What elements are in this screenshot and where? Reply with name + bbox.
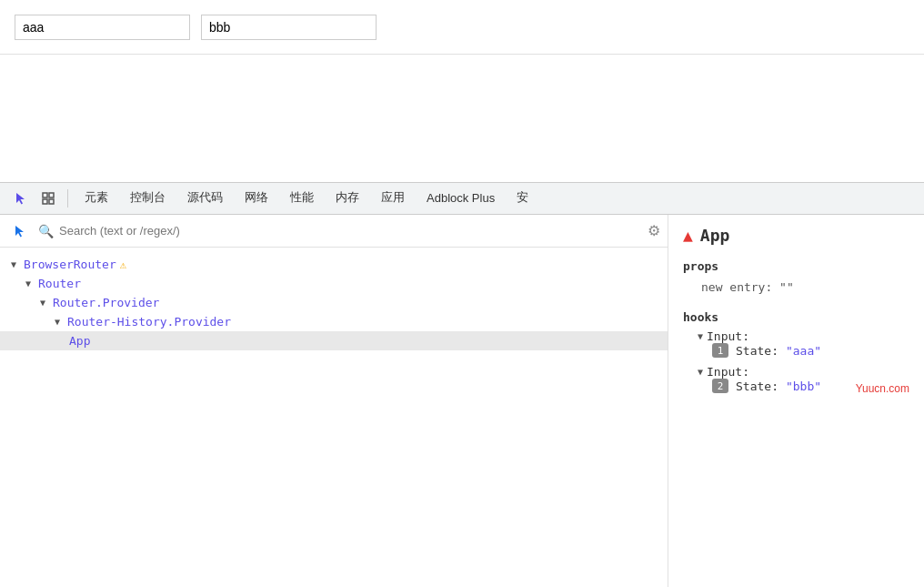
tree-item-router-provider[interactable]: ▼ Router.Provider: [0, 293, 668, 312]
tab-console[interactable]: 控制台: [119, 182, 176, 215]
devtools-main: 🔍 ⚙ ▼ BrowserRouter ⚠ ▼ Router ▼ Router.…: [0, 215, 924, 587]
tab-network[interactable]: 网络: [234, 182, 279, 215]
search-magnifier-icon: 🔍: [38, 224, 54, 238]
browser-top: [0, 0, 924, 55]
devtools-left-panel: 🔍 ⚙ ▼ BrowserRouter ⚠ ▼ Router ▼ Router.…: [0, 215, 668, 587]
hook-state-key-1: State:: [736, 344, 778, 358]
input-bbb[interactable]: [201, 15, 377, 40]
tab-elements[interactable]: 元素: [74, 182, 119, 215]
tab-performance[interactable]: 性能: [279, 182, 325, 215]
settings-gear-icon[interactable]: ⚙: [648, 222, 660, 239]
browser-content-area: [0, 55, 924, 182]
hook-state-row-2: 2 State: "bbb" Yuucn.com: [683, 379, 909, 393]
watermark-text: Yuucn.com: [856, 382, 909, 395]
tree-item-router[interactable]: ▼ Router: [0, 274, 668, 293]
tab-extra[interactable]: 安: [506, 182, 539, 215]
tree-label-app: App: [69, 334, 90, 348]
warning-icon-browserrouter: ⚠: [120, 258, 126, 271]
right-app-header: ▲ App: [683, 226, 909, 245]
hook-state-val-2: "bbb": [786, 380, 821, 393]
app-component-title: App: [700, 226, 730, 245]
svg-rect-2: [43, 199, 47, 204]
tree-arrow-browserrouter: ▼: [11, 259, 20, 269]
inspect-element-icon[interactable]: [7, 218, 33, 244]
tree-item-app[interactable]: App: [0, 331, 668, 350]
svg-rect-1: [49, 193, 54, 197]
tab-memory[interactable]: 内存: [325, 182, 370, 215]
hook-item-1: ▼ Input: 1 State: "aaa": [683, 329, 909, 358]
prop-val-new-entry: "": [779, 280, 794, 294]
hook-num-2: 2: [712, 379, 728, 393]
tree-arrow-router: ▼: [25, 278, 35, 288]
tree-item-router-history[interactable]: ▼ Router-History.Provider: [0, 312, 668, 331]
tree-label-browserrouter: BrowserRouter: [24, 258, 116, 271]
hook-arrow-2: ▼: [698, 367, 703, 377]
tab-application[interactable]: 应用: [370, 182, 416, 215]
tree-label-router-history: Router-History.Provider: [67, 315, 231, 329]
hook-arrow-1: ▼: [698, 331, 703, 341]
svg-rect-0: [43, 193, 47, 197]
hook-state-val-1: "aaa": [786, 344, 821, 358]
tab-separator: [67, 189, 68, 207]
tree-item-browserrouter[interactable]: ▼ BrowserRouter ⚠: [0, 255, 668, 274]
prop-key-new-entry: new entry:: [701, 280, 772, 294]
tab-adblock[interactable]: Adblock Plus: [416, 182, 506, 215]
tree-label-router: Router: [38, 277, 81, 290]
search-bar: 🔍 ⚙: [0, 215, 668, 248]
component-tree: ▼ BrowserRouter ⚠ ▼ Router ▼ Router.Prov…: [0, 248, 668, 358]
search-input[interactable]: [59, 224, 642, 238]
hooks-section-label: hooks: [683, 310, 909, 324]
hook-item-2: ▼ Input: 2 State: "bbb" Yuucn.com: [683, 365, 909, 393]
input-aaa[interactable]: [15, 15, 190, 40]
props-section-label: props: [683, 259, 909, 273]
hook-state-key-2: State:: [736, 380, 778, 393]
devtools-right-panel: ▲ App props new entry: "" hooks ▼ Input:…: [668, 215, 924, 587]
inspect-icon[interactable]: [35, 185, 62, 212]
hooks-section: hooks ▼ Input: 1 State: "aaa" ▼ Input:: [683, 310, 909, 393]
prop-new-entry: new entry: "": [683, 278, 909, 296]
cursor-icon[interactable]: [7, 185, 35, 212]
devtools-tabbar: 元素 控制台 源代码 网络 性能 内存 应用 Adblock Plus 安: [0, 182, 924, 215]
hook-label-1: Input:: [707, 329, 749, 343]
hook-state-row-1: 1 State: "aaa": [683, 343, 909, 358]
app-warning-triangle: ▲: [683, 226, 693, 245]
tree-arrow-router-provider: ▼: [40, 298, 49, 308]
tree-label-router-provider: Router.Provider: [53, 296, 159, 309]
svg-rect-3: [49, 199, 54, 204]
tree-arrow-router-history: ▼: [55, 317, 64, 327]
hook-num-1: 1: [712, 343, 728, 358]
tab-source[interactable]: 源代码: [176, 182, 234, 215]
hook-label-2: Input:: [707, 365, 749, 379]
